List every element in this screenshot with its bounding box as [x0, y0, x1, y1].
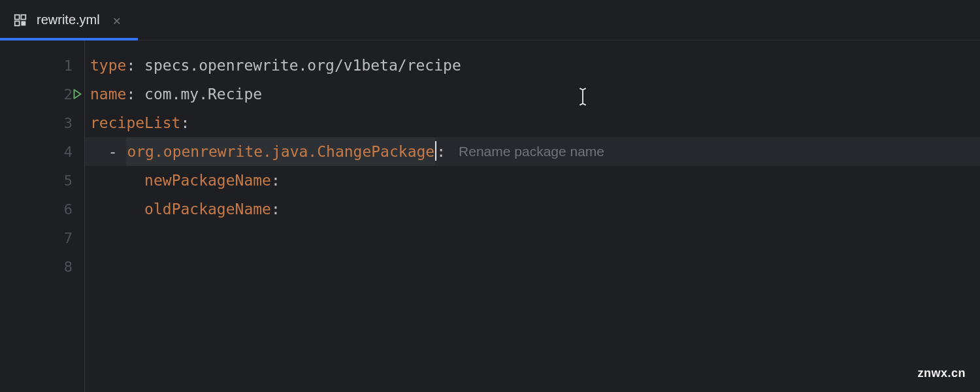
- gutter: 1 2 3 4 5 6 7 8: [0, 41, 85, 392]
- gutter-line[interactable]: 2: [0, 80, 84, 108]
- code-line[interactable]: [85, 223, 980, 252]
- gutter-line[interactable]: 7: [0, 223, 84, 252]
- gutter-line[interactable]: 5: [0, 166, 84, 195]
- code-line[interactable]: newPackageName:: [85, 166, 980, 195]
- svg-rect-3: [21, 21, 25, 25]
- recipe-class-name: org.openrewrite.java.ChangePackage: [126, 137, 435, 166]
- code-line[interactable]: [85, 252, 980, 281]
- tab-rewrite-yml[interactable]: rewrite.yml ✕: [0, 0, 138, 40]
- code-line[interactable]: oldPackageName:: [85, 195, 980, 223]
- file-icon: [13, 13, 27, 27]
- svg-rect-1: [21, 14, 25, 19]
- close-icon[interactable]: ✕: [109, 12, 125, 28]
- code-line[interactable]: name: com.my.Recipe: [85, 80, 980, 108]
- gutter-line[interactable]: 4: [0, 137, 84, 166]
- gutter-line[interactable]: 6: [0, 195, 84, 223]
- code-line[interactable]: type: specs.openrewrite.org/v1beta/recip…: [85, 51, 980, 80]
- gutter-line[interactable]: 1: [0, 51, 84, 80]
- run-icon[interactable]: [71, 88, 83, 100]
- watermark: znwx.cn: [917, 367, 966, 380]
- inline-hint: Rename package name: [446, 137, 604, 166]
- svg-rect-2: [15, 21, 20, 25]
- editor[interactable]: 1 2 3 4 5 6 7 8 type: specs.openrewrite.…: [0, 41, 980, 392]
- code-line[interactable]: recipeList:: [85, 108, 980, 137]
- code-line-current[interactable]: - org.openrewrite.java.ChangePackage:Ren…: [85, 137, 980, 166]
- svg-rect-0: [15, 14, 20, 19]
- code-area[interactable]: type: specs.openrewrite.org/v1beta/recip…: [85, 41, 980, 392]
- gutter-line[interactable]: 3: [0, 108, 84, 137]
- gutter-line[interactable]: 8: [0, 252, 84, 281]
- tab-bar: rewrite.yml ✕: [0, 0, 980, 41]
- tab-filename: rewrite.yml: [37, 12, 100, 27]
